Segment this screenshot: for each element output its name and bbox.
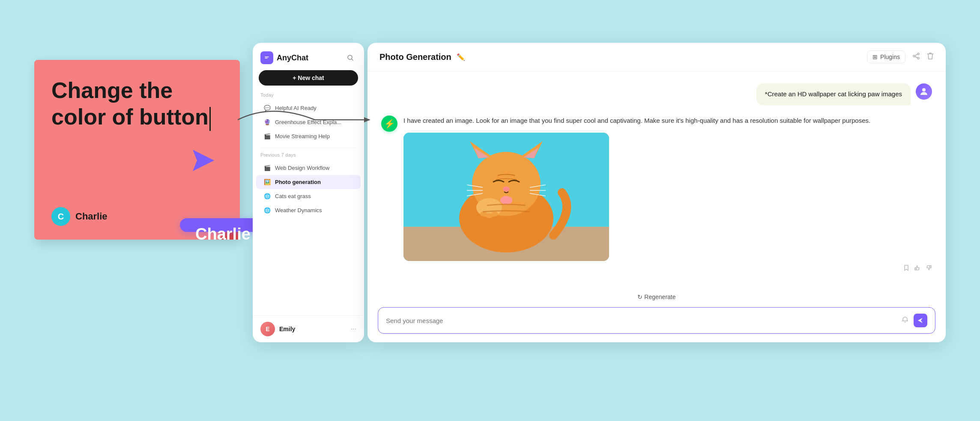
chat-title: Photo Generation: [379, 52, 451, 62]
chat-item-label: Cats eat grass: [275, 193, 311, 199]
user-message-bubble: *Create an HD wallpaper cat licking paw …: [756, 83, 911, 105]
user-avatar: E: [260, 322, 275, 336]
chat-item-label: Weather Dynamics: [275, 207, 322, 213]
ai-avatar: ⚡: [381, 116, 397, 132]
generated-cat-image: [403, 133, 609, 261]
chat-item-webdesign[interactable]: 🎬 Web Design Workflow: [256, 161, 361, 175]
app-logo: AnyChat: [260, 51, 308, 64]
sticky-note-user: C Charlie: [51, 207, 108, 226]
chat-item-label: Photo generation: [275, 179, 321, 185]
svg-point-21: [491, 211, 498, 216]
input-actions: [902, 314, 927, 327]
send-arrow-icon: [193, 150, 214, 171]
edit-title-button[interactable]: ✏️: [457, 53, 465, 61]
chat-header: Photo Generation ✏️ ⊞ Plugins: [368, 43, 946, 71]
logo-icon: [260, 51, 273, 64]
svg-marker-0: [193, 150, 214, 171]
ai-message-text: I have created an image. Look for an ima…: [403, 116, 932, 126]
sidebar-bottom-user: E Emily ···: [253, 315, 364, 342]
chat-item-label: Web Design Workflow: [275, 165, 329, 171]
chat-icon: 🌐: [264, 207, 271, 213]
plugins-icon: ⊞: [872, 53, 878, 60]
chat-icon: 🌐: [264, 193, 271, 199]
chat-icon: 🎬: [264, 165, 271, 171]
header-actions: ⊞ Plugins: [867, 50, 934, 63]
messages-container: *Create an HD wallpaper cat licking paw …: [368, 71, 946, 290]
svg-rect-29: [930, 266, 931, 268]
ai-message-content: I have created an image. Look for an ima…: [403, 116, 932, 276]
search-button[interactable]: [344, 52, 356, 64]
thumbs-down-button[interactable]: [925, 264, 932, 273]
chat-item-photo-gen[interactable]: 🖼️ Photo generation: [256, 175, 361, 189]
delete-button[interactable]: [927, 52, 934, 62]
chat-input-area: [368, 307, 946, 342]
svg-point-2: [263, 54, 270, 61]
section-today-label: Today: [253, 92, 364, 101]
ai-message: ⚡ I have created an image. Look for an i…: [381, 116, 932, 276]
share-button[interactable]: [912, 52, 920, 62]
bell-icon: [902, 316, 908, 325]
bottom-username: Emily: [279, 326, 295, 332]
chat-icon: 🖼️: [264, 179, 271, 185]
svg-point-5: [913, 55, 915, 57]
user-menu-button[interactable]: ···: [351, 325, 356, 333]
section-divider: [260, 148, 356, 148]
svg-point-17: [500, 196, 512, 205]
user-avatar-chat: [916, 83, 932, 100]
chat-item-weather[interactable]: 🌐 Weather Dynamics: [256, 203, 361, 217]
bookmark-button[interactable]: [903, 264, 910, 273]
svg-marker-1: [364, 117, 370, 122]
user-avatar-initial: C: [51, 207, 70, 226]
user-message: *Create an HD wallpaper cat licking paw …: [381, 83, 932, 105]
svg-point-6: [917, 57, 919, 59]
chat-main-area: Photo Generation ✏️ ⊞ Plugins: [368, 43, 946, 342]
svg-rect-28: [915, 268, 916, 270]
svg-point-4: [917, 53, 919, 55]
sticky-note-username: Charlie: [75, 211, 108, 222]
regenerate-section: ↻ Regenerate: [368, 290, 946, 307]
message-actions: [403, 261, 932, 276]
message-input[interactable]: [386, 317, 902, 324]
cat-svg: [403, 133, 609, 261]
send-button[interactable]: [914, 314, 927, 327]
new-chat-button[interactable]: + New chat: [259, 70, 358, 86]
svg-point-7: [922, 88, 926, 92]
sticky-note: Change the color of button Charlie C Cha…: [34, 60, 240, 240]
chat-item-cats[interactable]: 🌐 Cats eat grass: [256, 189, 361, 203]
section-previous-label: Previous 7 days: [253, 152, 364, 161]
svg-point-16: [503, 187, 510, 192]
sidebar-header: AnyChat: [253, 43, 364, 70]
sticky-note-text: Change the color of button: [51, 77, 223, 131]
regenerate-button[interactable]: ↻ Regenerate: [637, 294, 675, 300]
thumbs-up-button[interactable]: [914, 264, 921, 273]
chat-title-area: Photo Generation ✏️: [379, 52, 465, 62]
connector-arrow: [238, 103, 375, 139]
user-info: E Emily: [260, 322, 295, 336]
chat-sidebar: AnyChat + New chat Today 💬 Helpful AI Re…: [253, 43, 364, 342]
plugins-button[interactable]: ⊞ Plugins: [867, 50, 905, 63]
app-name: AnyChat: [277, 53, 308, 62]
input-box: [378, 307, 935, 334]
